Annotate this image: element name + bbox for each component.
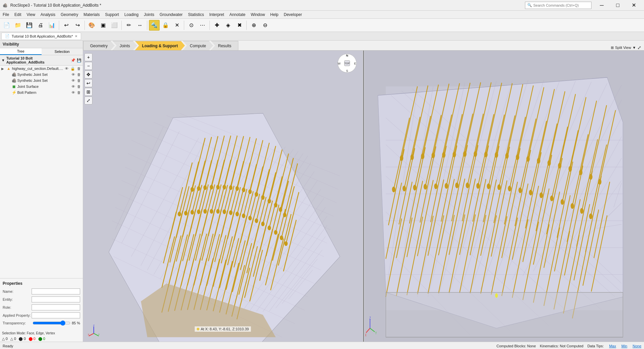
tree-item-surface[interactable]: ◼ Joint Surface 👁 🗑 — [0, 84, 83, 89]
tab-compute[interactable]: Compute — [183, 41, 213, 50]
vis-toggle-b[interactable]: 👁 — [71, 90, 76, 94]
new-button[interactable]: 📄 — [1, 20, 12, 31]
menu-analysis[interactable]: Analysis — [38, 11, 58, 19]
prop-role-input[interactable] — [32, 304, 80, 310]
prop-name-row: Name: — [3, 288, 80, 294]
tab-results[interactable]: Results — [211, 41, 238, 50]
search-box[interactable]: 🔍 — [525, 2, 591, 9]
menu-window[interactable]: Window — [248, 11, 268, 19]
export-button[interactable]: 📊 — [47, 20, 57, 31]
zoom-out-btn[interactable]: − — [84, 62, 92, 70]
svg-point-341 — [516, 155, 519, 159]
viewport-left[interactable]: + − ✥ ↩ ⊞ ⤢ TOP N S E W — [83, 51, 362, 342]
menu-edit[interactable]: Edit — [12, 11, 24, 19]
titlebar: 🪨 RocSlope3 - Tutorial 10 Bolt Applicati… — [0, 0, 644, 11]
fit-btn[interactable]: ⊞ — [84, 88, 92, 96]
menu-groundwater[interactable]: Groundwater — [157, 11, 185, 19]
svg-point-368 — [580, 209, 583, 213]
svg-point-360 — [498, 185, 500, 189]
prop-name-input[interactable] — [32, 288, 80, 294]
delete-highway[interactable]: 🗑 — [76, 67, 81, 71]
tree-item-joint1[interactable]: 🪨 Synthetic Joint Set 👁 🗑 — [0, 72, 83, 78]
svg-text:Z: Z — [93, 324, 95, 327]
box-button[interactable]: ⬜ — [109, 20, 120, 31]
search-input[interactable] — [533, 3, 586, 7]
menu-support[interactable]: Support — [102, 11, 122, 19]
vis-toggle-highway[interactable]: 👁 — [64, 67, 69, 71]
file-tab[interactable]: 📄 Tutorial 10 Bolt Application_AddBolts*… — [1, 33, 81, 40]
svg-point-366 — [561, 200, 564, 204]
menu-file[interactable]: File — [0, 11, 12, 19]
undo-button[interactable]: ↩ — [61, 20, 71, 31]
transparency-slider[interactable] — [33, 320, 70, 326]
maximize-button[interactable]: □ — [610, 0, 625, 11]
tree-item-bolt[interactable]: ⚡ Bolt Pattern 👁 🗑 — [0, 89, 83, 95]
active-tool-button[interactable]: 🔩 — [149, 20, 160, 31]
rotate-btn[interactable]: ↩ — [84, 79, 92, 87]
tree-item-highway[interactable]: ▶ ▲ highway_cut_section.Default.Mesh 👁 🔒… — [0, 66, 83, 72]
menu-help[interactable]: Help — [268, 11, 281, 19]
open-button[interactable]: 📁 — [13, 20, 23, 31]
viewport-divider[interactable] — [363, 51, 364, 342]
delete-point-button[interactable]: ✖ — [234, 20, 245, 31]
split-view-expand[interactable]: ⤢ — [637, 45, 641, 50]
prop-role-row: Role: — [3, 304, 80, 310]
menu-interpret[interactable]: Interpret — [206, 11, 227, 19]
menu-joints[interactable]: Joints — [141, 11, 157, 19]
select-button[interactable]: ▣ — [98, 20, 108, 31]
delete-s[interactable]: 🗑 — [76, 85, 81, 88]
file-tab-close[interactable]: × — [75, 34, 77, 39]
fullscreen-btn[interactable]: ⤢ — [84, 96, 92, 104]
vis-toggle-s[interactable]: 👁 — [71, 85, 76, 88]
prop-entity-input[interactable] — [32, 296, 80, 302]
menu-developer[interactable]: Developer — [281, 11, 305, 19]
color-button[interactable]: 🎨 — [86, 20, 97, 31]
vis-toggle-j2[interactable]: 👁 — [71, 79, 76, 83]
svg-point-365 — [551, 196, 553, 201]
svg-point-353 — [424, 185, 427, 189]
tab-selection[interactable]: Selection — [42, 48, 83, 55]
menu-annotate[interactable]: Annotate — [227, 11, 248, 19]
menu-view[interactable]: View — [24, 11, 38, 19]
lasso-button[interactable]: ⊙ — [186, 20, 196, 31]
menu-geometry[interactable]: Geometry — [58, 11, 81, 19]
menu-statistics[interactable]: Statistics — [185, 11, 206, 19]
delete-j2[interactable]: 🗑 — [76, 79, 81, 83]
tab-geometry[interactable]: Geometry — [83, 41, 115, 50]
delete-b[interactable]: 🗑 — [76, 90, 81, 94]
pan-btn[interactable]: ✥ — [84, 71, 92, 79]
viewport-right[interactable]: X Y Z — [365, 51, 644, 342]
min-label[interactable]: Min — [621, 344, 627, 348]
add-point-button[interactable]: ✚ — [211, 20, 222, 31]
zoom-in-btn[interactable]: + — [84, 53, 92, 61]
tab-loading-support[interactable]: Loading & Support — [135, 41, 185, 50]
draw-button[interactable]: ✏ — [123, 20, 134, 31]
max-label[interactable]: Max — [609, 344, 616, 348]
none-label[interactable]: None — [633, 344, 641, 348]
tab-tree[interactable]: Tree — [0, 48, 42, 55]
svg-text:E: E — [354, 62, 356, 65]
lock-button[interactable]: 🔒 — [160, 20, 171, 31]
print-button[interactable]: 🖨 — [35, 20, 46, 31]
filter-button[interactable]: ⋯ — [197, 20, 208, 31]
prop-applied-input[interactable] — [32, 312, 80, 318]
tab-joints[interactable]: Joints — [113, 41, 137, 50]
split-view-control[interactable]: ⊞ Split View ▼ ⤢ — [611, 45, 644, 50]
vis-toggle-j1[interactable]: 👁 — [71, 73, 76, 77]
menu-loading[interactable]: Loading — [122, 11, 141, 19]
svg-point-337 — [474, 152, 477, 156]
minimize-button[interactable]: ─ — [594, 0, 609, 11]
move-button[interactable]: ↔ — [135, 20, 145, 31]
tree-item-joint2[interactable]: 🪨 Synthetic Joint Set 👁 🗑 — [0, 78, 83, 84]
menu-materials[interactable]: Materials — [81, 11, 102, 19]
save-button[interactable]: 💾 — [24, 20, 35, 31]
add-support-button[interactable]: ⊕ — [248, 20, 259, 31]
close-button[interactable]: ✕ — [626, 0, 641, 11]
delete-j1[interactable]: 🗑 — [76, 73, 81, 77]
remove-support-button[interactable]: ⊖ — [260, 20, 270, 31]
stop-button[interactable]: ✕ — [172, 20, 182, 31]
edit-point-button[interactable]: ◈ — [223, 20, 233, 31]
lock-highway[interactable]: 🔒 — [70, 67, 76, 71]
redo-button[interactable]: ↪ — [72, 20, 83, 31]
svg-point-158 — [185, 211, 187, 215]
